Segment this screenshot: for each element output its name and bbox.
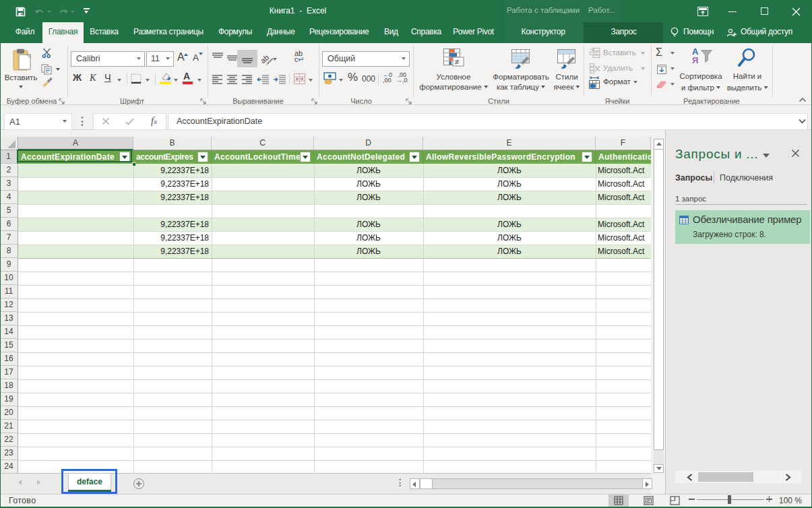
- svg-text:≠: ≠: [455, 57, 460, 67]
- svg-text:ab: ab: [261, 53, 271, 65]
